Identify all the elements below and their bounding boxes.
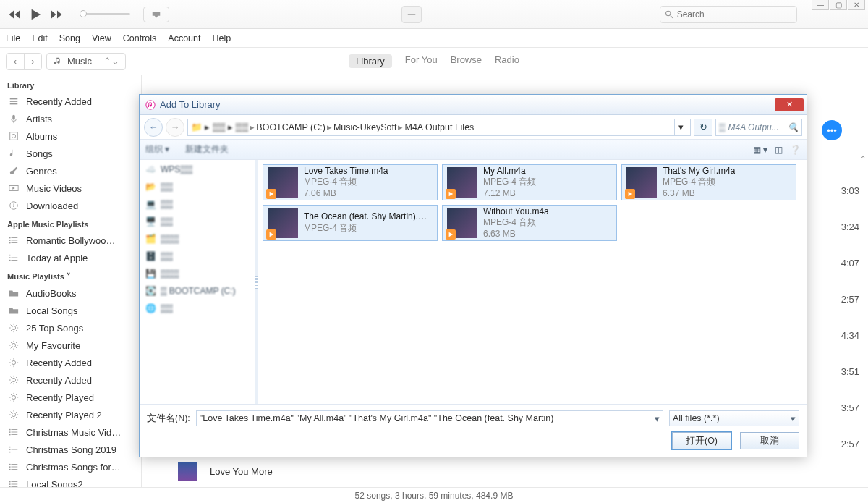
dialog-sidebar-item[interactable]: ☁️WPS▒▒ xyxy=(145,164,249,174)
sidebar-item[interactable]: Today at Apple xyxy=(0,249,141,266)
sidebar-item[interactable]: Albums xyxy=(0,127,141,145)
sidebar-item-label: Downloaded xyxy=(26,200,78,211)
sidebar-item[interactable]: Songs xyxy=(0,145,141,162)
sidebar-item[interactable]: Christmas Music Vid… xyxy=(0,423,141,441)
filetype-select[interactable]: All files (*.*) ▾ xyxy=(669,410,799,426)
sidebar-item[interactable]: Local Songs xyxy=(0,302,141,319)
search-icon: 🔍 xyxy=(788,122,799,132)
list-view-button[interactable] xyxy=(401,6,422,23)
dialog-sidebar-item[interactable]: 💽▒ BOOTCAMP (C:) xyxy=(145,286,249,296)
forward-button[interactable]: → xyxy=(166,118,184,137)
file-item[interactable]: My All.m4aMPEG-4 音频7.12 MB xyxy=(442,164,617,200)
file-item[interactable]: Love Takes Time.m4aMPEG-4 音频7.06 MB xyxy=(263,164,438,200)
scrollbar-up-icon[interactable]: ⌃ xyxy=(858,155,868,163)
bc-seg-1[interactable]: Music-UkeySoft xyxy=(333,122,397,132)
search-input[interactable] xyxy=(677,9,792,20)
sidebar-item[interactable]: Recently Added xyxy=(0,354,141,371)
sidebar-item-label: Albums xyxy=(26,131,57,142)
dialog-sidebar-item[interactable]: 💾▒▒▒ xyxy=(145,269,249,279)
play-overlay-icon xyxy=(446,229,456,240)
menu-edit[interactable]: Edit xyxy=(32,33,48,43)
maximize-button[interactable]: ▢ xyxy=(830,0,847,10)
menu-song[interactable]: Song xyxy=(59,33,80,43)
sidebar-item[interactable]: Local Songs2 xyxy=(0,475,141,487)
breadcrumb[interactable]: 📁 ▸ ▒▒ ▸ ▒▒ ▸BOOTCAMP (C:) ▸Music-UkeySo… xyxy=(187,119,691,136)
sidebar-item[interactable]: AudioBooks xyxy=(0,284,141,302)
svg-point-26 xyxy=(9,452,11,453)
svg-point-13 xyxy=(9,257,11,258)
refresh-button[interactable]: ↻ xyxy=(694,119,712,136)
airplay-button[interactable] xyxy=(143,7,169,22)
dialog-sidebar-item[interactable]: 🗂️▒▒▒ xyxy=(145,234,249,244)
sidebar-item[interactable]: Christmas Songs for… xyxy=(0,458,141,475)
tab-browse[interactable]: Browse xyxy=(451,54,482,68)
bc-dropdown-icon[interactable]: ▾ xyxy=(674,119,687,135)
search-field[interactable] xyxy=(660,6,797,23)
help-icon[interactable]: ❔ xyxy=(790,145,801,155)
menu-file[interactable]: File xyxy=(6,33,20,43)
bc-seg-2[interactable]: M4A Output Files xyxy=(404,122,474,132)
sidebar-item-label: Recently Added xyxy=(26,358,92,368)
sidebar-item[interactable]: Romantic Bollywoo… xyxy=(0,232,141,249)
tab-for-you[interactable]: For You xyxy=(405,54,438,68)
sidebar-item[interactable]: Recently Played xyxy=(0,389,141,406)
menu-controls[interactable]: Controls xyxy=(123,33,157,43)
tab-library[interactable]: Library xyxy=(349,54,392,68)
volume-slider[interactable] xyxy=(80,13,130,15)
menu-account[interactable]: Account xyxy=(168,33,200,43)
menu-help[interactable]: Help xyxy=(213,33,231,43)
sidebar-item[interactable]: Recently Played 2 xyxy=(0,406,141,423)
preview-pane-icon[interactable]: ◫ xyxy=(775,145,783,155)
nav-back-button[interactable]: ‹ xyxy=(7,54,24,69)
sidebar-item[interactable]: Artists xyxy=(0,110,141,127)
dialog-sidebar-item[interactable]: 💻▒▒ xyxy=(145,199,249,209)
media-selector[interactable]: Music ⌃⌄ xyxy=(46,53,126,70)
sidebar-item[interactable]: Recently Added xyxy=(0,371,141,389)
next-button[interactable] xyxy=(49,7,65,22)
menu-view[interactable]: View xyxy=(92,33,111,43)
cancel-button[interactable]: 取消 xyxy=(740,432,799,449)
tab-radio[interactable]: Radio xyxy=(495,54,519,68)
svg-point-29 xyxy=(9,469,11,470)
dialog-sidebar-item[interactable]: 🖥️▒▒ xyxy=(145,216,249,227)
prev-button[interactable] xyxy=(6,7,22,22)
file-item[interactable]: That's My Girl.m4aMPEG-4 音频6.37 MB xyxy=(621,164,796,200)
close-button[interactable]: ✕ xyxy=(848,0,865,10)
svg-rect-4 xyxy=(12,115,15,120)
back-button[interactable]: ← xyxy=(144,118,163,137)
sidebar-item[interactable]: Music Videos xyxy=(0,179,141,197)
minimize-button[interactable]: — xyxy=(812,0,829,10)
list-icon xyxy=(7,443,20,456)
sidebar-item[interactable]: Christmas Song 2019 xyxy=(0,441,141,458)
filename-input[interactable]: "Love Takes Time.m4a" "My All.m4a" "That… xyxy=(196,410,663,426)
open-button[interactable]: 打开(O) xyxy=(672,432,731,449)
sidebar-item[interactable]: My Favourite xyxy=(0,337,141,354)
sidebar-item[interactable]: 25 Top Songs xyxy=(0,319,141,337)
media-selector-label: Music xyxy=(67,56,92,67)
dialog-search-field[interactable]: ▒ M4A Outpu... 🔍 xyxy=(715,119,802,136)
gear-icon xyxy=(7,408,20,421)
sidebar: ⌃ LibraryRecently AddedArtistsAlbumsSong… xyxy=(0,75,142,487)
view-mode-icon[interactable]: ▦ ▾ xyxy=(753,145,767,155)
dialog-sidebar-item[interactable]: 🌐▒▒ xyxy=(145,303,249,313)
song-artwork xyxy=(178,462,197,481)
play-button[interactable] xyxy=(27,7,43,22)
splitter-handle[interactable] xyxy=(255,160,258,404)
song-duration: 4:07 xyxy=(841,258,859,269)
bc-seg-0[interactable]: BOOTCAMP (C:) xyxy=(256,122,326,132)
sidebar-item[interactable]: Recently Added xyxy=(0,93,141,110)
svg-rect-1 xyxy=(10,98,18,100)
sidebar-item-label: Recently Played 2 xyxy=(26,410,102,420)
folder-icon xyxy=(7,287,20,300)
nav-fwd-button[interactable]: › xyxy=(24,54,41,69)
dialog-sidebar-item[interactable]: 🗄️▒▒ xyxy=(145,251,249,261)
file-item[interactable]: The Ocean (feat. Shy Martin).m4aMPEG-4 音… xyxy=(263,205,438,241)
sidebar-item[interactable]: Downloaded xyxy=(0,197,141,214)
more-button[interactable]: ••• xyxy=(822,120,842,140)
svg-point-0 xyxy=(666,11,671,15)
file-item[interactable]: Without You.m4aMPEG-4 音频6.63 MB xyxy=(442,205,617,241)
window-controls: — ▢ ✕ xyxy=(812,0,865,10)
sidebar-item[interactable]: Genres xyxy=(0,162,141,179)
dialog-sidebar-item[interactable]: 📂▒▒ xyxy=(145,182,249,192)
dialog-close-button[interactable]: ✕ xyxy=(775,98,804,111)
